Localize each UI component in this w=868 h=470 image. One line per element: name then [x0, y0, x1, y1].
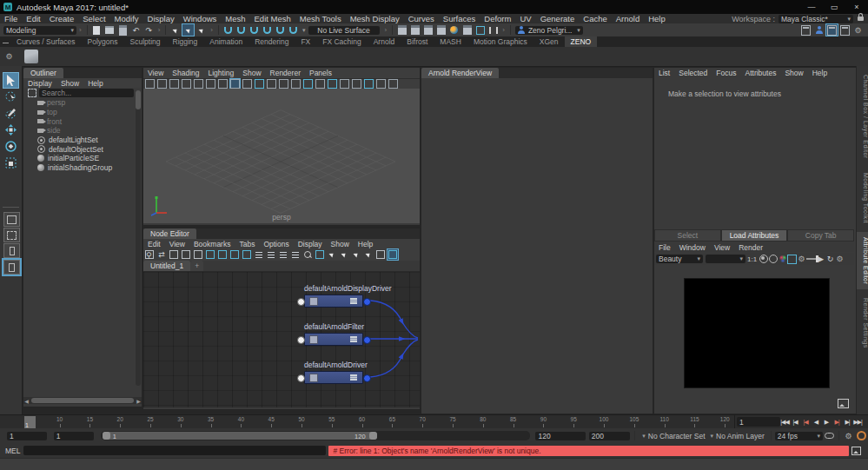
viewport-renderer-icon[interactable]	[388, 79, 398, 89]
menubar-item[interactable]: Display	[143, 14, 179, 23]
group-collapse-icon[interactable]: ›	[79, 26, 82, 34]
snap-to-projected-center-icon[interactable]	[262, 24, 273, 36]
group-collapse-icon[interactable]: ›	[158, 26, 161, 34]
sidebar-tab[interactable]: Modeling Toolkit	[857, 168, 868, 228]
shelf-tab[interactable]: XGen	[533, 36, 565, 47]
step-forward-frame-button[interactable]: ▶|	[842, 416, 852, 427]
layout-four-pane-button[interactable]	[3, 228, 20, 242]
move-tool[interactable]	[3, 122, 18, 137]
anim-layer-select[interactable]: No Anim Layer	[716, 432, 765, 440]
range-end-handle[interactable]	[369, 432, 377, 440]
attribute-editor-menu-item[interactable]: Help	[808, 69, 832, 77]
save-scene-icon[interactable]	[117, 24, 129, 36]
render-settings-icon[interactable]	[435, 24, 447, 36]
select-mode-icon[interactable]	[327, 249, 337, 260]
close-button[interactable]: ×	[845, 0, 868, 14]
node-editor-menu-item[interactable]: Help	[354, 240, 377, 248]
attribute-editor-toggle-icon[interactable]	[826, 24, 838, 36]
menubar-item[interactable]: UV	[515, 14, 535, 23]
character-controls-icon[interactable]	[813, 24, 825, 36]
snap-to-curve-icon[interactable]	[235, 24, 247, 36]
menubar-item[interactable]: Edit Mesh	[250, 14, 295, 23]
output-port[interactable]	[363, 374, 371, 382]
chevron-down-icon[interactable]: ▾	[711, 433, 714, 440]
region-render-icon[interactable]	[787, 254, 797, 264]
scroll-left-icon[interactable]: ◀	[23, 398, 30, 404]
open-scene-icon[interactable]	[104, 24, 116, 36]
animation-preferences-icon[interactable]	[843, 430, 854, 441]
outliner-item[interactable]: initialShadingGroup	[23, 163, 142, 173]
screenshot-icon[interactable]	[315, 249, 325, 260]
range-slider[interactable]: 1 120	[101, 431, 531, 440]
aov-select[interactable]: Beauty ▾	[656, 255, 703, 263]
refresh-render-icon[interactable]: ↻	[825, 254, 835, 264]
lasso-mode-icon[interactable]	[363, 249, 374, 260]
attribute-editor-button[interactable]: Select	[654, 229, 721, 242]
channel-box-toggle-icon[interactable]	[852, 24, 864, 36]
display-full-icon[interactable]	[278, 249, 288, 260]
node[interactable]: defaultArnoldDisplayDriver	[304, 284, 408, 308]
sidebar-tab[interactable]: Attribute Editor	[857, 232, 868, 289]
isolate-select-icon[interactable]	[328, 79, 337, 89]
output-connections-icon[interactable]	[193, 249, 203, 260]
viewport-menu-item[interactable]: Panels	[305, 69, 336, 77]
outliner-item[interactable]: front	[23, 116, 142, 126]
multisample-aa-icon[interactable]	[303, 79, 313, 89]
camera-attributes-icon[interactable]	[169, 79, 179, 89]
shelf-menu-icon[interactable]	[1, 38, 10, 47]
node-editor-menu-item[interactable]: Bookmarks	[189, 240, 235, 248]
outliner-item[interactable]: initialParticleSE	[23, 154, 142, 163]
node-editor-menu-item[interactable]: Display	[294, 240, 327, 248]
light-editor-icon[interactable]	[474, 24, 486, 36]
menubar-item[interactable]: Help	[644, 14, 670, 23]
node-attributes-icon[interactable]	[350, 374, 357, 376]
range-active-bar[interactable]: 1 120	[103, 432, 377, 440]
outliner-tab[interactable]: Outliner	[23, 68, 63, 78]
viewport-menu-item[interactable]: Lighting	[203, 69, 238, 77]
step-forward-key-button[interactable]: ▶|	[832, 416, 842, 427]
lasso-tool[interactable]	[3, 89, 18, 104]
node-graph-canvas[interactable]: defaultArnoldDisplayDriver defaultArnold…	[143, 272, 420, 407]
menubar-item[interactable]: Select	[78, 14, 109, 23]
snap-to-grid-icon[interactable]	[222, 24, 234, 36]
display-channels-icon[interactable]	[778, 254, 787, 264]
workspace-select[interactable]: Maya Classic* ▾	[779, 15, 853, 23]
snap-to-view-plane-icon[interactable]	[275, 24, 286, 36]
outliner-hscrollbar[interactable]: ◀ ▶	[23, 397, 142, 404]
menubar-item[interactable]: Create	[45, 14, 79, 23]
time-slider[interactable]: 5101520253035404550556065707580859095100…	[0, 414, 868, 429]
menubar-item[interactable]: Windows	[179, 14, 222, 23]
maximize-button[interactable]: ▭	[823, 0, 845, 14]
shelf-tab[interactable]: Bifrost	[401, 36, 434, 47]
play-forwards-button[interactable]: ▶	[821, 416, 832, 427]
command-input[interactable]	[23, 446, 326, 455]
wireframe-icon[interactable]	[218, 79, 228, 89]
shelf-tab[interactable]: FX Caching	[316, 36, 367, 47]
scale-tool[interactable]	[3, 156, 18, 170]
current-frame-field[interactable]: 1	[737, 417, 780, 427]
bookmark-icon[interactable]	[182, 79, 191, 89]
redo-icon[interactable]: ↷	[143, 24, 155, 36]
start-render-button[interactable]: ▶	[816, 254, 825, 264]
node-editor-menu-item[interactable]: View	[165, 240, 189, 248]
chevron-down-icon[interactable]: ▾	[302, 27, 306, 34]
display-connected-icon[interactable]	[266, 249, 276, 260]
paint-select-tool[interactable]	[3, 106, 18, 121]
display-custom-icon[interactable]	[290, 249, 301, 260]
node-attributes-icon[interactable]	[350, 298, 357, 300]
render-sequence-icon[interactable]	[422, 24, 434, 36]
renderview-menu-item[interactable]: Window	[675, 243, 710, 252]
input-port[interactable]	[297, 374, 305, 382]
layout-two-pane-button[interactable]	[3, 243, 20, 258]
attribute-editor-menu-item[interactable]: Selected	[674, 69, 712, 77]
select-camera-icon[interactable]	[145, 79, 155, 89]
node-attributes-icon[interactable]	[350, 336, 357, 338]
viewport-canvas[interactable]: persp	[143, 89, 420, 223]
play-backwards-button[interactable]: ◀	[811, 416, 821, 427]
attribute-editor-menu-item[interactable]: Show	[780, 69, 807, 77]
menubar-item[interactable]: Deform	[480, 14, 515, 23]
playhead[interactable]: 1	[24, 416, 36, 428]
sidebar-tab[interactable]: Render Settings	[857, 293, 868, 354]
go-to-start-button[interactable]: |◀◀	[779, 416, 790, 427]
group-collapse-icon[interactable]: ›	[385, 26, 388, 34]
